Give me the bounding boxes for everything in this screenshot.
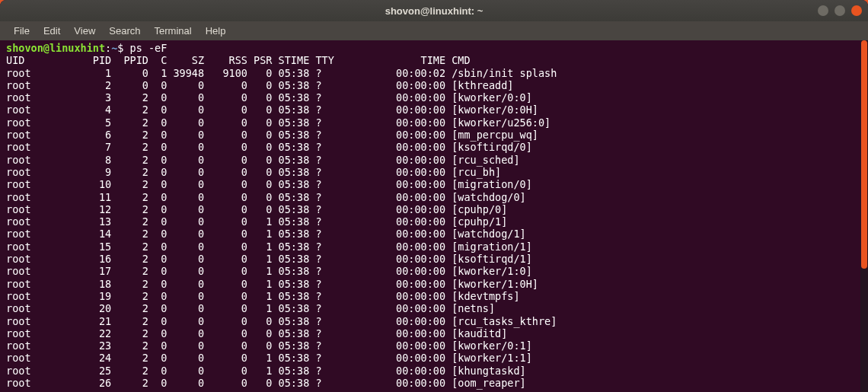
ps-row: root 13 2 0 0 0 1 05:38 ? 00:00:00 [cpuh… bbox=[6, 215, 507, 228]
ps-row: root 12 2 0 0 0 0 05:38 ? 00:00:00 [cpuh… bbox=[6, 203, 507, 215]
ps-row: root 23 2 0 0 0 0 05:38 ? 00:00:00 [kwor… bbox=[6, 339, 532, 352]
ps-row: root 19 2 0 0 0 1 05:38 ? 00:00:00 [kdev… bbox=[6, 290, 520, 302]
scrollbar-track[interactable] bbox=[860, 40, 868, 392]
menu-terminal[interactable]: Terminal bbox=[148, 23, 198, 39]
terminal-window: shovon@linuxhint: ~ File Edit View Searc… bbox=[0, 0, 868, 392]
prompt-command: ps -eF bbox=[130, 42, 168, 54]
menu-edit[interactable]: Edit bbox=[37, 23, 66, 39]
ps-row: root 22 2 0 0 0 0 05:38 ? 00:00:00 [kaud… bbox=[6, 327, 507, 339]
ps-row: root 1 0 1 39948 9100 0 05:38 ? 00:00:02… bbox=[6, 67, 557, 79]
ps-row: root 25 2 0 0 0 1 05:38 ? 00:00:00 [khun… bbox=[6, 365, 526, 377]
ps-row: root 8 2 0 0 0 0 05:38 ? 00:00:00 [rcu_s… bbox=[6, 154, 520, 166]
ps-row: root 18 2 0 0 0 1 05:38 ? 00:00:00 [kwor… bbox=[6, 278, 538, 290]
ps-row: root 3 2 0 0 0 0 05:38 ? 00:00:00 [kwork… bbox=[6, 91, 532, 104]
ps-row: root 11 2 0 0 0 0 05:38 ? 00:00:00 [watc… bbox=[6, 191, 526, 203]
menu-file[interactable]: File bbox=[8, 23, 36, 39]
scrollbar-thumb[interactable] bbox=[861, 40, 867, 269]
ps-row: root 6 2 0 0 0 0 05:38 ? 00:00:00 [mm_pe… bbox=[6, 129, 538, 141]
ps-row: root 26 2 0 0 0 0 05:38 ? 00:00:00 [oom_… bbox=[6, 377, 526, 389]
ps-row: root 7 2 0 0 0 0 05:38 ? 00:00:00 [ksoft… bbox=[6, 141, 532, 153]
prompt-dollar: $ bbox=[117, 42, 129, 54]
minimize-button[interactable] bbox=[818, 5, 828, 16]
maximize-button[interactable] bbox=[834, 5, 845, 16]
ps-row: root 9 2 0 0 0 0 05:38 ? 00:00:00 [rcu_b… bbox=[6, 166, 501, 178]
ps-row: root 21 2 0 0 0 0 05:38 ? 00:00:00 [rcu_… bbox=[6, 315, 557, 327]
prompt-colon: : bbox=[105, 42, 111, 54]
ps-header: UID PID PPID C SZ RSS PSR STIME TTY TIME… bbox=[6, 54, 471, 66]
menu-view[interactable]: View bbox=[68, 23, 101, 39]
ps-row: root 10 2 0 0 0 0 05:38 ? 00:00:00 [migr… bbox=[6, 178, 532, 190]
titlebar[interactable]: shovon@linuxhint: ~ bbox=[0, 0, 868, 21]
terminal-output[interactable]: shovon@linuxhint:~$ ps -eF UID PID PPID … bbox=[0, 40, 868, 392]
close-button[interactable] bbox=[851, 5, 862, 16]
ps-row: root 14 2 0 0 0 1 05:38 ? 00:00:00 [watc… bbox=[6, 228, 526, 240]
menubar: File Edit View Search Terminal Help bbox=[0, 21, 868, 40]
prompt-user-host: shovon@linuxhint bbox=[6, 42, 105, 54]
ps-row: root 16 2 0 0 0 1 05:38 ? 00:00:00 [ksof… bbox=[6, 253, 532, 265]
ps-row: root 17 2 0 0 0 1 05:38 ? 00:00:00 [kwor… bbox=[6, 265, 532, 277]
window-controls bbox=[818, 5, 862, 16]
menu-help[interactable]: Help bbox=[199, 23, 232, 39]
ps-row: root 4 2 0 0 0 0 05:38 ? 00:00:00 [kwork… bbox=[6, 104, 538, 116]
ps-row: root 2 0 0 0 0 0 05:38 ? 00:00:00 [kthre… bbox=[6, 79, 513, 91]
ps-row: root 15 2 0 0 0 1 05:38 ? 00:00:00 [migr… bbox=[6, 241, 532, 253]
menu-search[interactable]: Search bbox=[103, 23, 146, 39]
window-title: shovon@linuxhint: ~ bbox=[385, 5, 483, 17]
ps-row: root 20 2 0 0 0 1 05:38 ? 00:00:00 [netn… bbox=[6, 302, 495, 314]
ps-row: root 5 2 0 0 0 0 05:38 ? 00:00:00 [kwork… bbox=[6, 116, 550, 129]
ps-row: root 24 2 0 0 0 1 05:38 ? 00:00:00 [kwor… bbox=[6, 352, 532, 364]
